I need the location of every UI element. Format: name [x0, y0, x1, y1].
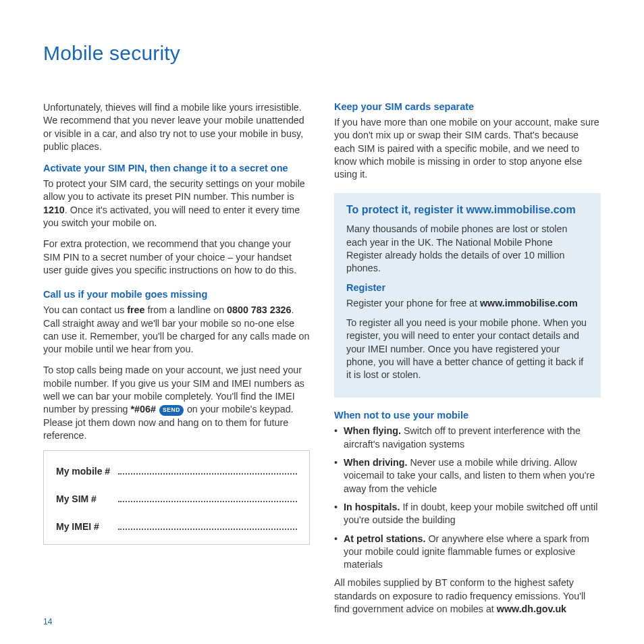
page-number: 14: [43, 617, 52, 626]
note-row-imei: My IMEI #: [56, 520, 297, 532]
send-badge: SEND: [159, 405, 184, 416]
notes-box: My mobile # My SIM # My IMEI #: [43, 450, 310, 545]
list-item: At petrol stations. Or anywhere else whe…: [334, 533, 601, 572]
fill-line[interactable]: [118, 520, 297, 530]
note-row-mobile: My mobile #: [56, 464, 297, 476]
gov-url: www.dh.gov.uk: [497, 603, 566, 614]
list-item: When flying. Switch off to prevent inter…: [334, 425, 601, 451]
keep-sim-paragraph: If you have more than one mobile on your…: [334, 116, 601, 181]
call-us-paragraph-2: To stop calls being made on your account…: [43, 364, 310, 442]
phone-number: 0800 783 2326: [227, 304, 291, 315]
heading-register: Register: [346, 282, 589, 293]
label-my-mobile: My mobile #: [56, 466, 111, 477]
callout-title: To protect it, register it www.immobilis…: [346, 204, 589, 216]
heading-keep-sim-separate: Keep your SIM cards separate: [334, 101, 601, 112]
list-item: When driving. Never use a mobile while d…: [334, 456, 601, 495]
bullet-lead: When driving.: [344, 457, 408, 468]
two-column-layout: Unfortunately, thieves will find a mobil…: [43, 101, 601, 624]
register-url: www.immobilise.com: [480, 298, 578, 308]
register-line: Register your phone for free at www.immo…: [346, 297, 589, 310]
text: To protect your SIM card, the security s…: [43, 178, 305, 202]
when-not-list: When flying. Switch off to prevent inter…: [334, 425, 601, 571]
fill-line[interactable]: [118, 464, 297, 474]
text: You can contact us: [43, 304, 127, 315]
heading-call-us: Call us if your mobile goes missing: [43, 289, 310, 300]
pin-number: 1210: [43, 205, 65, 215]
label-my-imei: My IMEI #: [56, 521, 111, 532]
text: from a landline on: [145, 304, 227, 315]
note-row-sim: My SIM #: [56, 493, 297, 504]
register-callout: To protect it, register it www.immobilis…: [334, 193, 601, 398]
heading-activate-sim-pin: Activate your SIM PIN, then change it to…: [43, 163, 310, 173]
text: . Once it's activated, you will need to …: [43, 205, 300, 228]
sim-pin-paragraph-2: For extra protection, we recommend that …: [43, 238, 310, 277]
closing-paragraph: All mobiles supplied by BT conform to th…: [334, 576, 601, 616]
register-paragraph: To register all you need is your mobile …: [346, 317, 589, 381]
page-title: Mobile security: [43, 42, 601, 65]
label-my-sim: My SIM #: [56, 493, 111, 504]
bullet-lead: When flying.: [344, 425, 401, 436]
ussd-code: *#06#: [131, 404, 156, 414]
bullet-lead: At petrol stations.: [344, 533, 426, 544]
intro-paragraph: Unfortunately, thieves will find a mobil…: [43, 101, 310, 153]
fill-line[interactable]: [118, 493, 297, 502]
sim-pin-paragraph-1: To protect your SIM card, the security s…: [43, 178, 310, 230]
bullet-lead: In hospitals.: [344, 502, 400, 512]
heading-when-not-to-use: When not to use your mobile: [334, 410, 601, 421]
right-column: Keep your SIM cards separate If you have…: [334, 101, 601, 624]
left-column: Unfortunately, thieves will find a mobil…: [43, 101, 310, 624]
list-item: In hospitals. If in doubt, keep your mob…: [334, 501, 601, 527]
call-us-paragraph-1: You can contact us free from a landline …: [43, 304, 310, 356]
free-word: free: [127, 304, 144, 315]
text: Register your phone for free at: [346, 298, 480, 308]
callout-intro: Many thousands of mobile phones are lost…: [346, 223, 589, 275]
